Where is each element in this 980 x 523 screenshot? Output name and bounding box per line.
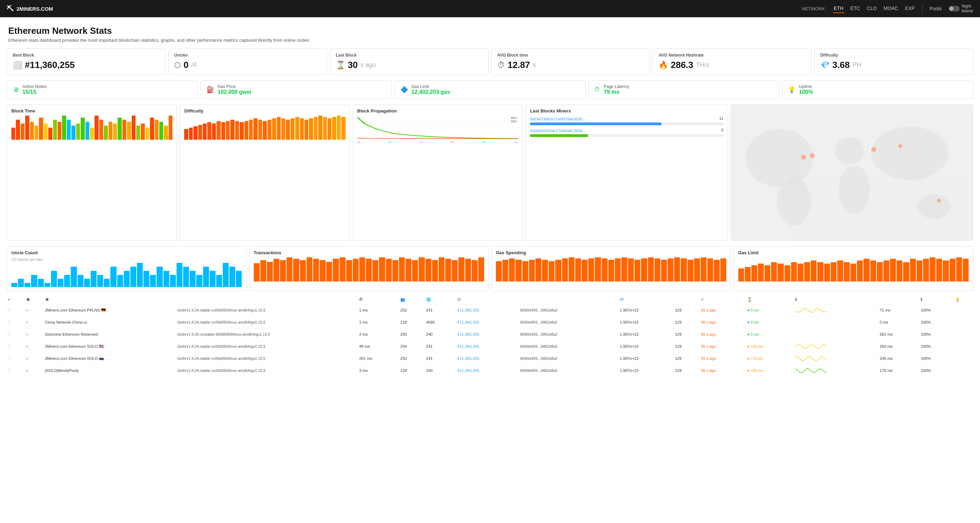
cell-block: #11,360,255 (455, 328, 518, 340)
night-toggle[interactable]: Nighttheme (949, 4, 973, 13)
bar (870, 260, 876, 282)
cell-uptime: 100% (919, 304, 953, 316)
bar (286, 257, 293, 282)
bar (132, 116, 135, 140)
cell-name: Clona Network-Clona.ru (43, 316, 175, 328)
bar (230, 120, 234, 140)
miner-bar-inner-1 (530, 123, 661, 125)
th-block: ⬡ (455, 295, 518, 304)
th-status: ✓ (6, 295, 24, 304)
bar (184, 129, 188, 140)
cell-status (6, 328, 24, 340)
difficulty-bars (184, 116, 345, 140)
node-table-wrap: ✓ 🖥 🖥 ⏱ 👥 🌐 ⬡ 💎 ✓ ⌛ ℹ ℹ 💡 ○ (0, 295, 980, 382)
cell-latency2: 336 ms (878, 352, 919, 364)
bar (582, 260, 588, 281)
bar (249, 120, 253, 140)
cell-info: Geth/v1.9.24-stable-cc05b050/linux-amd64… (175, 340, 357, 352)
sparkline-svg (795, 319, 826, 325)
nav-moac[interactable]: MOAC (883, 4, 899, 13)
gas-limit-icon: 🔷 (400, 86, 408, 94)
uncle-count-bars (11, 263, 242, 287)
stat-cards-row: Best Block ⬜ #11,360,255 Uncles ⬡ 0 /4 L… (0, 47, 980, 79)
bar (62, 116, 66, 140)
bar (190, 271, 196, 287)
cell-pending: 240 (424, 364, 455, 376)
bar (203, 267, 209, 287)
bar (588, 258, 594, 281)
bar (714, 260, 720, 281)
stat-card-uncles: Uncles ⬡ 0 /4 (168, 48, 327, 75)
block-time-chart: Block Time (7, 105, 177, 241)
bar (426, 259, 431, 282)
bar (452, 260, 458, 281)
transactions-bars (254, 257, 484, 282)
table-header-row: ✓ 🖥 🖥 ⏱ 👥 🌐 ⬡ 💎 ✓ ⌛ ℹ ℹ 💡 (6, 295, 974, 304)
th-node: 🖥 (43, 295, 175, 304)
cell-blockhash: 9660d455...6862dfa2 (518, 304, 618, 316)
chart-row-1: Block Time Difficulty Block Propagation … (0, 103, 980, 245)
bar (313, 259, 319, 282)
cell-difficulty: 1.907e+22 (617, 316, 673, 328)
bar (366, 259, 372, 282)
th-hourglass: ⌛ (745, 295, 793, 304)
cell-peers: 252 (398, 304, 424, 316)
bar (798, 263, 803, 281)
block-propagation-chart: Block Propagation 40%20% 0s2s4s6s8s10s (353, 105, 523, 241)
gas-price-icon: ⛽ (207, 86, 214, 94)
bar (478, 257, 484, 282)
bar (48, 128, 52, 140)
bar (253, 118, 257, 140)
last-blocks-miners: Last Blocks Miners 0xEA674fdDe714fd979de… (525, 105, 728, 241)
bar (890, 259, 896, 281)
bar (956, 257, 962, 282)
cell-txs: 129 (673, 352, 698, 364)
bar (837, 260, 843, 282)
bar (897, 260, 902, 282)
night-theme-label: Nighttheme (962, 4, 973, 13)
bar (372, 260, 378, 281)
block-time-title: Block Time (11, 108, 172, 113)
nav-etc[interactable]: ETC (850, 4, 861, 13)
bar (472, 260, 477, 281)
bar (236, 271, 242, 287)
table-row: ○ 2Miners.com Ethereum PPLNS 🇩🇪 Geth/v1.… (6, 304, 974, 316)
cell-block: #11,360,255 (455, 316, 518, 328)
cell-info: Geth/v1.9.25-unstable-6b985808/linux-amd… (175, 328, 357, 340)
nav-exp[interactable]: EXP (904, 4, 916, 13)
bar (707, 258, 713, 281)
bar (745, 267, 751, 282)
bar (91, 271, 97, 287)
th-peers: 👥 (398, 295, 424, 304)
pools-link[interactable]: Pools (930, 6, 942, 11)
brand[interactable]: ⛏ 2MINERS.COM (7, 5, 53, 13)
bar (758, 263, 764, 281)
nav-clo[interactable]: CLO (866, 4, 878, 13)
miner-addr-2: 0x5A0b54D5dc17e0AadC383d... (530, 129, 585, 133)
bar (226, 121, 230, 140)
uncle-count-title: Uncle Count (11, 250, 242, 255)
cell-uptime: 100% (919, 364, 953, 376)
bar (509, 258, 515, 281)
nav-eth[interactable]: ETH (833, 4, 844, 13)
bar (701, 257, 706, 282)
bar (216, 275, 222, 287)
bar (738, 268, 744, 281)
cell-lastblock: 30 s ago (698, 328, 745, 340)
bar (189, 128, 193, 140)
avg-block-time-value: 12.87 (508, 60, 530, 70)
bar (406, 259, 411, 282)
bar (300, 260, 306, 281)
cell-icon: ○ (24, 304, 43, 316)
bar (465, 259, 471, 282)
best-block-label: Best Block (13, 53, 160, 57)
cell-pending: 240 (424, 328, 455, 340)
th-latency2: ℹ (919, 295, 953, 304)
toggle-switch[interactable] (949, 6, 960, 11)
cell-txs: 129 (673, 328, 698, 340)
bar (784, 265, 790, 282)
propagation-pct-labels: 40%20% (511, 116, 517, 123)
bar (326, 262, 332, 282)
bar (64, 275, 70, 287)
bar (71, 267, 76, 287)
